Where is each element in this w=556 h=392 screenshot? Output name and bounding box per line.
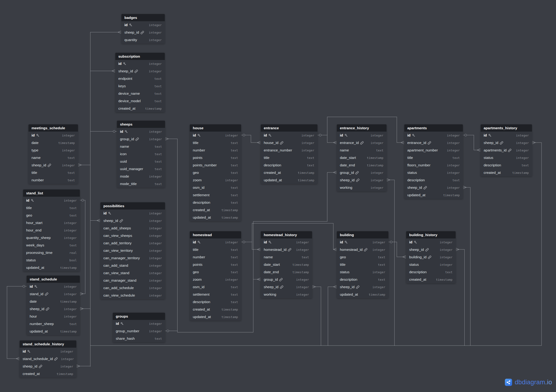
field-row-homestead-geo[interactable]: geo text bbox=[190, 268, 241, 276]
table-apartments_history[interactable]: apartments_history id integer sheep_id i… bbox=[481, 124, 532, 177]
field-row-possibilities-can_add_stand[interactable]: can_add_stand integer bbox=[100, 262, 165, 269]
field-row-possibilities-can_add_schedule[interactable]: can_add_schedule integer bbox=[100, 284, 165, 292]
field-row-building_history-id[interactable]: id integer bbox=[406, 238, 456, 246]
table-sheeps[interactable]: sheeps id integer group_id integer name … bbox=[117, 121, 165, 188]
field-row-homestead_history-date_end[interactable]: date_end timestamp bbox=[261, 268, 312, 276]
field-row-apartments-updated_at[interactable]: updated_at timestamp bbox=[404, 191, 463, 199]
field-row-stand_list-hour_end[interactable]: hour_end integer bbox=[23, 227, 80, 234]
field-row-house-title[interactable]: title text bbox=[190, 139, 241, 146]
field-row-subscription-sheep_id[interactable]: sheep_id integer bbox=[115, 68, 165, 75]
field-row-stand_schedule_history-id[interactable]: id integer bbox=[20, 348, 76, 355]
field-row-meetings_schedule-sheep_id[interactable]: sheep_id integer bbox=[29, 161, 78, 169]
field-row-sheeps-uuid_manager[interactable]: uuid_manager text bbox=[117, 165, 165, 173]
field-row-homestead_history-homestead_id[interactable]: homestead_id integer bbox=[261, 246, 312, 254]
field-row-entrance-description[interactable]: description text bbox=[261, 161, 317, 169]
field-row-entrance_history-sheep_id[interactable]: sheep_id integer bbox=[337, 177, 386, 184]
field-row-possibilities-can_manager_territory[interactable]: can_manager_territory integer bbox=[100, 254, 165, 262]
field-row-building-id[interactable]: id integer bbox=[337, 238, 388, 246]
field-row-apartments-id[interactable]: id integer bbox=[404, 132, 463, 139]
table-header[interactable]: subscription bbox=[115, 53, 165, 60]
field-row-meetings_schedule-number[interactable]: number text bbox=[29, 177, 78, 184]
table-header[interactable]: building bbox=[337, 231, 388, 238]
field-row-building-updated_at[interactable]: updated_at timestamp bbox=[337, 291, 388, 298]
table-header[interactable]: stand_list bbox=[23, 190, 80, 197]
dbdiagram-logo[interactable]: dbdiagram.io bbox=[505, 379, 552, 386]
table-header[interactable]: homestead_history bbox=[261, 231, 312, 238]
table-header[interactable]: building_history bbox=[406, 231, 456, 238]
field-row-subscription-id[interactable]: id integer bbox=[115, 60, 165, 68]
field-row-stand_schedule-sheep_id[interactable]: sheep_id integer bbox=[27, 305, 80, 313]
field-row-building-homestead_id[interactable]: homestead_id integer bbox=[337, 246, 388, 254]
field-row-house-points_number[interactable]: points_number text bbox=[190, 161, 241, 169]
field-row-homestead-description[interactable]: description text bbox=[190, 298, 241, 306]
field-row-house-description[interactable]: description text bbox=[190, 199, 241, 206]
field-row-house-settlement[interactable]: settlement text bbox=[190, 191, 241, 199]
table-header[interactable]: homestead bbox=[190, 231, 241, 238]
field-row-building_history-building_id[interactable]: building_id integer bbox=[406, 254, 456, 261]
field-row-meetings_schedule-type[interactable]: type integer bbox=[29, 146, 78, 154]
table-building[interactable]: building id integer homestead_id integer… bbox=[337, 231, 388, 298]
field-row-possibilities-sheep_id[interactable]: sheep_id integer bbox=[100, 217, 165, 224]
field-row-homestead_history-sheep_id[interactable]: sheep_id integer bbox=[261, 283, 312, 291]
table-entrance_history[interactable]: entrance_history id integer entrance_id … bbox=[337, 124, 386, 191]
field-row-house-osm_id[interactable]: osm_id text bbox=[190, 184, 241, 191]
field-row-subscription-endpoint[interactable]: endpoint text bbox=[115, 75, 165, 82]
field-row-entrance-house_id[interactable]: house_id integer bbox=[261, 139, 317, 146]
table-house[interactable]: house id integer title text number text … bbox=[190, 124, 241, 221]
field-row-meetings_schedule-name[interactable]: name text bbox=[29, 154, 78, 161]
field-row-stand_list-week_days[interactable]: week_days text bbox=[23, 241, 80, 249]
table-stand_schedule[interactable]: stand_schedule id integer stand_id integ… bbox=[27, 276, 80, 335]
field-row-entrance-updated_at[interactable]: updated_at timestamp bbox=[261, 177, 317, 184]
field-row-building-description[interactable]: description text bbox=[337, 276, 388, 283]
table-subscription[interactable]: subscription id integer sheep_id integer… bbox=[115, 53, 165, 112]
field-row-homestead-updated_at[interactable]: updated_at timestamp bbox=[190, 313, 241, 321]
table-header[interactable]: apartments_history bbox=[481, 124, 532, 132]
field-row-house-points[interactable]: points text bbox=[190, 154, 241, 161]
field-row-homestead-created_at[interactable]: created_at timestamp bbox=[190, 306, 241, 313]
field-row-building_history-description[interactable]: description text bbox=[406, 268, 456, 276]
table-groups[interactable]: groups id integer group_number integer s… bbox=[113, 313, 165, 342]
field-row-apartments-entrance_id[interactable]: entrance_id integer bbox=[404, 139, 463, 146]
field-row-house-created_at[interactable]: created_at timestamp bbox=[190, 206, 241, 214]
field-row-stand_list-hour_start[interactable]: hour_start integer bbox=[23, 219, 80, 227]
table-homestead[interactable]: homestead id integer title text number t… bbox=[190, 231, 241, 321]
field-row-stand_list-processing_time[interactable]: processing_time real bbox=[23, 249, 80, 256]
field-row-house-updated_at[interactable]: updated_at timestamp bbox=[190, 214, 241, 221]
field-row-building_history-status[interactable]: status integer bbox=[406, 261, 456, 268]
field-row-entrance_history-working[interactable]: working integer bbox=[337, 184, 386, 191]
field-row-apartments_history-apartments_id[interactable]: apartments_id integer bbox=[481, 146, 532, 154]
field-row-badges-id[interactable]: id integer bbox=[121, 21, 165, 29]
field-row-apartments-status[interactable]: status integer bbox=[404, 169, 463, 177]
table-badges[interactable]: badges id integer sheep_id integer quant… bbox=[121, 14, 165, 44]
field-row-possibilities-id[interactable]: id integer bbox=[100, 209, 165, 217]
table-header[interactable]: stand_schedule_history bbox=[20, 340, 76, 348]
field-row-badges-sheep_id[interactable]: sheep_id integer bbox=[121, 29, 165, 36]
field-row-homestead-settlement[interactable]: settlement text bbox=[190, 291, 241, 298]
field-row-entrance_history-entrance_id[interactable]: entrance_id integer bbox=[337, 139, 386, 146]
field-row-entrance-entrance_number[interactable]: entrance_number integer bbox=[261, 146, 317, 154]
field-row-building_history-created_at[interactable]: created_at timestamp bbox=[406, 276, 456, 283]
field-row-meetings_schedule-date[interactable]: date timestamp bbox=[29, 139, 78, 146]
field-row-stand_schedule_history-sheep_id[interactable]: sheep_id integer bbox=[20, 363, 76, 370]
table-building_history[interactable]: building_history id integer sheep_id int… bbox=[406, 231, 456, 283]
field-row-stand_schedule_history-stand_schedule_id[interactable]: stand_schedule_id integer bbox=[20, 355, 76, 363]
table-header[interactable]: meetings_schedule bbox=[29, 124, 78, 132]
field-row-sheeps-mode_title[interactable]: mode_title text bbox=[117, 180, 165, 188]
field-row-possibilities-can_add_territory[interactable]: can_add_territory integer bbox=[100, 239, 165, 247]
field-row-sheeps-uuid[interactable]: uuid text bbox=[117, 158, 165, 165]
field-row-homestead_history-working[interactable]: working integer bbox=[261, 291, 312, 298]
field-row-apartments-floors_number[interactable]: floors_number integer bbox=[404, 161, 463, 169]
field-row-sheeps-group_id[interactable]: group_id integer bbox=[117, 135, 165, 143]
table-header[interactable]: possibilities bbox=[100, 202, 165, 209]
table-stand_list[interactable]: stand_list id integer title text geo tex… bbox=[23, 190, 80, 271]
field-row-stand_schedule-hour[interactable]: hour integer bbox=[27, 313, 80, 320]
field-row-entrance_history-date_start[interactable]: date_start timestamp bbox=[337, 154, 386, 161]
field-row-possibilities-can_view_schedule[interactable]: can_view_schedule integer bbox=[100, 292, 165, 299]
field-row-sheeps-icon[interactable]: icon text bbox=[117, 150, 165, 158]
table-header[interactable]: apartments bbox=[404, 124, 463, 132]
field-row-homestead_history-name[interactable]: name text bbox=[261, 254, 312, 261]
table-entrance[interactable]: entrance id integer house_id integer ent… bbox=[261, 124, 317, 184]
field-row-groups-group_number[interactable]: group_number integer bbox=[113, 327, 165, 335]
table-header[interactable]: house bbox=[190, 124, 241, 132]
field-row-meetings_schedule-title[interactable]: title text bbox=[29, 169, 78, 177]
